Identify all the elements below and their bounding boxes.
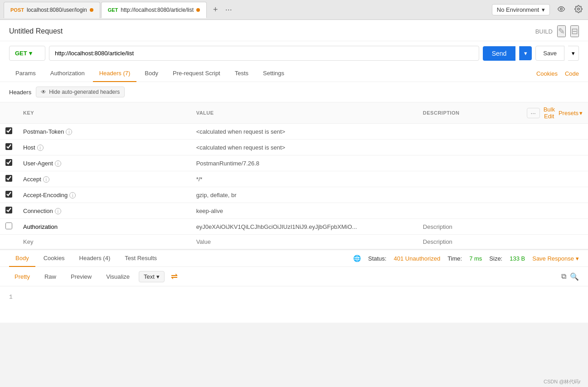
row-2-desc (418, 140, 521, 155)
row-5-checkbox[interactable] (5, 191, 12, 198)
table-row: Accept-Encodingi gzip, deflate, br (0, 187, 588, 203)
row-7-desc[interactable] (418, 219, 521, 235)
row-3-info-icon[interactable]: i (55, 160, 61, 167)
save-response-chevron-icon: ▾ (576, 255, 579, 262)
row-7-checkbox[interactable] (5, 223, 12, 229)
row-3-checkbox[interactable] (5, 159, 12, 166)
more-tabs-button[interactable]: ··· (224, 3, 234, 16)
tab-authorization[interactable]: Authorization (44, 65, 91, 82)
row-1-info-icon[interactable]: i (66, 129, 72, 135)
row-4-checkbox[interactable] (5, 175, 12, 182)
time-label: Time: (447, 255, 462, 262)
get-tab-dot (196, 8, 200, 12)
edit-icon[interactable]: ✎ (557, 25, 566, 37)
col-key-header: KEY (18, 102, 191, 124)
row-1-actions (521, 124, 588, 140)
row-4-actions (521, 171, 588, 187)
send-dropdown-button[interactable]: ▾ (519, 46, 532, 60)
row-5-key: Accept-Encodingi (18, 187, 191, 203)
response-tab-body[interactable]: Body (9, 250, 35, 267)
view-raw-button[interactable]: Raw (39, 271, 62, 282)
add-tab-button[interactable]: + (211, 3, 220, 16)
row-1-checkbox[interactable] (5, 127, 12, 134)
row-8-key-input[interactable] (23, 238, 185, 245)
row-8-checkbox-cell (0, 235, 18, 249)
presets-button[interactable]: Presets ▾ (559, 110, 583, 116)
response-tab-test-results[interactable]: Test Results (118, 250, 163, 267)
get-tab-url: http://localhost:8080/article/list (121, 7, 194, 13)
url-input[interactable] (49, 46, 479, 61)
tab-body[interactable]: Body (138, 65, 165, 82)
row-4-checkbox-cell[interactable] (0, 171, 18, 187)
tab-tests[interactable]: Tests (228, 65, 255, 82)
table-row: Postman-Tokeni <calculated when request … (0, 124, 588, 140)
row-6-info-icon[interactable]: i (55, 208, 61, 214)
row-7-desc-input[interactable] (423, 223, 516, 230)
row-3-checkbox-cell[interactable] (0, 155, 18, 171)
chevron-down-icon: ▾ (542, 6, 545, 13)
save-button[interactable]: Save (535, 46, 564, 61)
get-tab[interactable]: GET http://localhost:8080/article/list (101, 2, 207, 18)
row-7-key[interactable] (18, 219, 191, 235)
response-tab-cookies[interactable]: Cookies (37, 250, 71, 267)
response-actions: ⧉ 🔍 (561, 272, 579, 281)
row-8-desc-input[interactable] (423, 238, 516, 245)
tab-params[interactable]: Params (9, 65, 42, 82)
row-5-actions (521, 187, 588, 203)
post-tab-dot (90, 8, 93, 12)
code-link[interactable]: Code (565, 66, 579, 82)
row-5-checkbox-cell[interactable] (0, 187, 18, 203)
search-response-button[interactable]: 🔍 (570, 272, 579, 281)
layout-icon[interactable]: ⊟ (570, 25, 579, 37)
cookies-link[interactable]: Cookies (536, 66, 558, 82)
row-5-info-icon[interactable]: i (69, 192, 76, 198)
view-preview-button[interactable]: Preview (65, 271, 97, 282)
row-8-desc[interactable] (418, 235, 521, 249)
row-8-value-input[interactable] (196, 238, 412, 245)
build-label: BUILD (535, 28, 553, 35)
response-tab-headers[interactable]: Headers (4) (73, 250, 117, 267)
row-6-checkbox-cell[interactable] (0, 203, 18, 219)
tab-pre-request[interactable]: Pre-request Script (166, 65, 227, 82)
size-value: 133 B (510, 255, 525, 262)
row-8-value[interactable] (191, 235, 418, 249)
post-tab[interactable]: POST localhost:8080/user/login (4, 2, 100, 18)
method-select[interactable]: GET ▾ (9, 46, 45, 61)
hide-auto-headers-button[interactable]: 👁 Hide auto-generated headers (36, 87, 125, 97)
row-4-info-icon[interactable]: i (43, 176, 49, 183)
row-7-key-input[interactable] (23, 223, 185, 230)
send-button[interactable]: Send (483, 46, 516, 61)
table-row: Connectioni keep-alive (0, 203, 588, 219)
view-pretty-button[interactable]: Pretty (9, 271, 35, 282)
table-more-button[interactable]: ··· (527, 108, 540, 118)
wrap-button[interactable]: ⇌ (168, 271, 180, 282)
row-7-checkbox-cell[interactable] (0, 219, 18, 235)
row-1-checkbox-cell[interactable] (0, 124, 18, 140)
row-2-info-icon[interactable]: i (37, 145, 44, 151)
settings-icon[interactable] (573, 3, 584, 17)
format-select[interactable]: Text ▾ (139, 271, 165, 282)
row-7-value[interactable] (191, 219, 418, 235)
row-2-checkbox[interactable] (5, 143, 12, 150)
row-8-actions (521, 235, 588, 249)
row-1-desc (418, 124, 521, 140)
globe-icon: 🌐 (353, 255, 361, 262)
row-7-value-input[interactable] (196, 223, 412, 230)
tab-settings[interactable]: Settings (257, 65, 291, 82)
row-2-checkbox-cell[interactable] (0, 140, 18, 155)
response-meta: 🌐 Status: 401 Unauthorized Time: 7 ms Si… (353, 255, 579, 262)
save-response-button[interactable]: Save Response ▾ (532, 255, 579, 262)
col-desc-header: DESCRIPTION (418, 102, 521, 124)
save-dropdown-button[interactable]: ▾ (568, 46, 579, 61)
env-bar: No Environment ▾ (492, 3, 584, 17)
eye-icon[interactable] (555, 3, 567, 17)
row-8-key[interactable] (18, 235, 191, 249)
bulk-edit-button[interactable]: Bulk Edit (544, 106, 555, 120)
hide-icon: 👁 (41, 89, 46, 95)
response-section: Body Cookies Headers (4) Test Results 🌐 … (0, 249, 588, 323)
copy-response-button[interactable]: ⧉ (561, 272, 566, 281)
view-visualize-button[interactable]: Visualize (101, 271, 135, 282)
tab-headers[interactable]: Headers (7) (93, 65, 137, 82)
row-6-checkbox[interactable] (5, 207, 12, 213)
env-select[interactable]: No Environment ▾ (492, 4, 550, 15)
